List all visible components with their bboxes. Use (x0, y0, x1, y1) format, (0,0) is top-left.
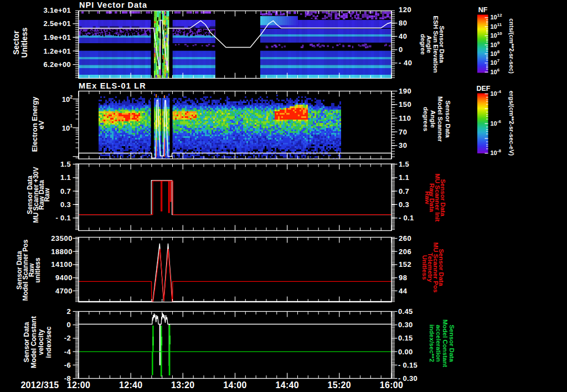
svg-text:MEx ELS-01 LR: MEx ELS-01 LR (79, 81, 146, 90)
svg-text:NPI Vector Data: NPI Vector Data (79, 1, 147, 9)
svg-text:0.30: 0.30 (398, 321, 413, 329)
svg-text:0.7: 0.7 (60, 187, 71, 195)
svg-text:9400: 9400 (55, 274, 73, 282)
svg-text:152: 152 (399, 260, 411, 269)
svg-text:0: 0 (66, 321, 71, 329)
svg-text:Raw: Raw (43, 188, 51, 202)
svg-text:Raw: Raw (424, 191, 431, 204)
svg-text:18800: 18800 (51, 247, 73, 256)
svg-text:13:20: 13:20 (171, 380, 194, 390)
svg-text:eV: eV (37, 120, 45, 129)
svg-text:ergs/(cm**2-sr-sec-eV): ergs/(cm**2-sr-sec-eV) (508, 91, 515, 156)
svg-text:- 0.15: - 0.15 (398, 361, 417, 369)
svg-text:Angle: Angle (430, 110, 436, 128)
svg-text:2: 2 (66, 307, 71, 316)
svg-text:NF: NF (478, 6, 488, 14)
svg-text:Model Constant: Model Constant (442, 319, 449, 367)
svg-text:DEF: DEF (477, 85, 491, 92)
svg-text:40: 40 (399, 32, 407, 40)
svg-text:-4: -4 (64, 348, 71, 356)
svg-text:Model Constant: Model Constant (30, 316, 38, 368)
svg-text:1.2e+01: 1.2e+01 (44, 47, 71, 55)
svg-text:14100: 14100 (51, 260, 73, 269)
svg-text:206: 206 (399, 247, 411, 256)
svg-text:0.3: 0.3 (60, 200, 71, 209)
svg-text:index/sec: index/sec (45, 326, 53, 358)
svg-text:-2: -2 (64, 334, 71, 342)
svg-text:Unitless: Unitless (20, 28, 29, 58)
svg-text:Sector: Sector (12, 30, 20, 55)
svg-text:Sensor Data: Sensor Data (449, 324, 455, 362)
svg-text:150: 150 (399, 100, 411, 109)
svg-text:15:20: 15:20 (328, 380, 351, 390)
svg-text:30: 30 (399, 141, 407, 149)
svg-text:- 40: - 40 (399, 59, 412, 67)
svg-text:1.5: 1.5 (399, 160, 409, 168)
svg-text:acceleration: acceleration (435, 324, 442, 362)
svg-text:4700: 4700 (55, 287, 73, 295)
svg-text:-6: -6 (64, 361, 71, 369)
svg-text:1.9e+01: 1.9e+01 (44, 33, 71, 42)
svg-text:Unitless: Unitless (421, 255, 428, 280)
svg-text:Sensor Data: Sensor Data (439, 25, 445, 63)
svg-text:0.00: 0.00 (398, 348, 413, 356)
svg-text:Sensor Data: Sensor Data (445, 100, 451, 138)
svg-text:70: 70 (399, 128, 407, 136)
svg-text:260: 260 (399, 234, 411, 243)
svg-text:- 0.1: - 0.1 (399, 214, 414, 222)
svg-text:0: 0 (399, 45, 403, 54)
svg-text:Model Scanner: Model Scanner (437, 96, 444, 142)
svg-text:1.1: 1.1 (399, 173, 409, 182)
svg-text:2.5e+01: 2.5e+01 (44, 19, 71, 28)
svg-text:80: 80 (399, 19, 407, 27)
svg-text:12:40: 12:40 (119, 380, 142, 390)
svg-text:Sensor Data: Sensor Data (23, 321, 30, 362)
svg-text:6.2e+00: 6.2e+00 (44, 60, 71, 69)
svg-text:120: 120 (399, 6, 411, 14)
svg-text:44: 44 (399, 287, 408, 295)
svg-text:unitless: unitless (34, 257, 42, 283)
svg-text:23500: 23500 (51, 234, 73, 243)
svg-text:ESH Sun Elevation: ESH Sun Elevation (432, 16, 439, 73)
svg-text:0.3: 0.3 (399, 200, 409, 209)
svg-text:2012/315: 2012/315 (20, 380, 59, 390)
svg-text:14:40: 14:40 (275, 380, 298, 390)
svg-text:Angle: Angle (426, 35, 432, 53)
svg-text:0.45: 0.45 (398, 307, 413, 316)
svg-text:index/sec**2: index/sec**2 (429, 324, 435, 362)
svg-text:cnts/(cm**2-sr-sec): cnts/(cm**2-sr-sec) (508, 18, 515, 74)
svg-text:98: 98 (399, 274, 407, 282)
svg-text:0.7: 0.7 (399, 187, 409, 195)
svg-text:12:00: 12:00 (67, 380, 90, 390)
svg-text:190: 190 (399, 87, 411, 95)
svg-text:0.15: 0.15 (398, 334, 413, 342)
svg-text:1.5: 1.5 (60, 160, 71, 168)
svg-text:velocity: velocity (37, 329, 45, 355)
svg-text:14:00: 14:00 (223, 380, 246, 390)
svg-text:degrees: degrees (422, 107, 429, 131)
svg-text:1.1: 1.1 (60, 173, 71, 182)
svg-text:3.1e+01: 3.1e+01 (44, 6, 71, 14)
svg-text:16:00: 16:00 (380, 380, 403, 390)
svg-text:degree: degree (420, 34, 426, 55)
svg-text:- 0.1: - 0.1 (55, 214, 71, 222)
svg-text:110: 110 (399, 114, 411, 122)
